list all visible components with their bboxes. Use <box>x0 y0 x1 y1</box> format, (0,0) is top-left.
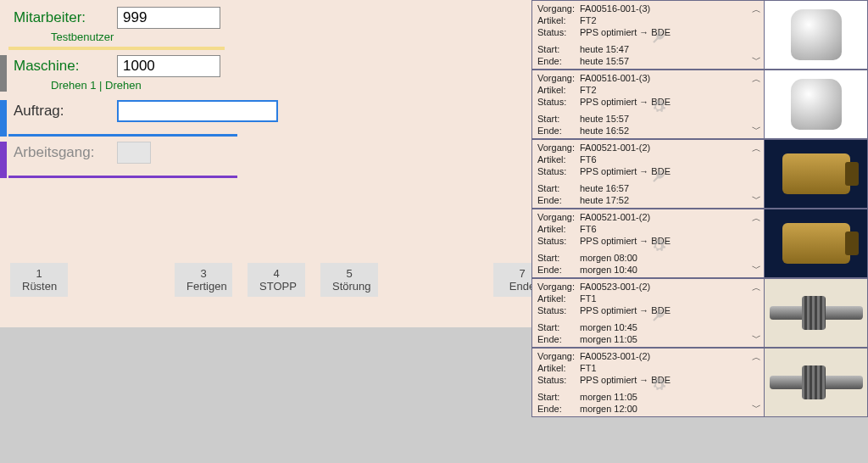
artikel-value: FT6 <box>580 153 743 165</box>
scroll-down-icon[interactable]: ﹀ <box>752 192 761 205</box>
scroll-down-icon[interactable]: ﹀ <box>752 53 761 66</box>
auftrag-input[interactable] <box>117 100 278 122</box>
start-key: Start: <box>537 391 580 403</box>
artikel-value: FT6 <box>580 223 743 235</box>
scroll-up-icon[interactable]: ︿ <box>752 3 761 16</box>
maschine-input[interactable] <box>117 55 220 77</box>
part-thumbnail <box>764 1 867 69</box>
vorgang-value: FA00516-001-(3) <box>580 3 743 14</box>
ende-key: Ende: <box>537 55 580 67</box>
status-key: Status: <box>537 374 580 386</box>
maschine-label: Maschine: <box>14 58 107 75</box>
start-key: Start: <box>537 252 580 264</box>
job-card[interactable]: Vorgang:FA00523-001-(2) Artikel:FT1 Stat… <box>531 348 868 417</box>
start-key: Start: <box>537 43 580 55</box>
start-key: Start: <box>537 113 580 125</box>
vorgang-value: FA00521-001-(2) <box>580 211 743 223</box>
ende-key: Ende: <box>537 194 580 206</box>
vorgang-key: Vorgang: <box>537 350 580 362</box>
part-thumbnail <box>764 349 867 416</box>
artikel-key: Artikel: <box>537 84 580 96</box>
job-info: Vorgang:FA00516-001-(3) Artikel:FT2 Stat… <box>532 1 748 69</box>
scroll-up-icon[interactable]: ︿ <box>752 73 761 86</box>
separator-blue <box>8 134 237 137</box>
artikel-value: FT2 <box>580 14 743 26</box>
separator-purple <box>8 176 237 178</box>
wrench-icon <box>651 30 666 45</box>
vorgang-key: Vorgang: <box>537 142 580 153</box>
scroll-up-icon[interactable]: ︿ <box>752 212 761 225</box>
artikel-value: FT1 <box>580 293 743 304</box>
artikel-key: Artikel: <box>537 223 580 235</box>
separator-yellow <box>8 47 225 50</box>
auftrag-label: Auftrag: <box>14 103 107 120</box>
part-thumbnail <box>764 209 867 277</box>
job-info: Vorgang:FA00521-001-(2) Artikel:FT6 Stat… <box>532 209 748 277</box>
artikel-value: FT1 <box>580 362 743 374</box>
mitarbeiter-label: Mitarbeiter: <box>14 9 107 26</box>
artikel-key: Artikel: <box>537 293 580 304</box>
stopp-button[interactable]: 4 STOPP <box>248 263 305 297</box>
scroll-down-icon[interactable]: ﹀ <box>752 123 761 136</box>
ende-value: morgen 12:00 <box>580 403 743 415</box>
status-key: Status: <box>537 96 580 108</box>
job-info: Vorgang:FA00516-001-(3) Artikel:FT2 Stat… <box>532 70 748 138</box>
mitarbeiter-input[interactable] <box>117 7 220 29</box>
vorgang-value: FA00516-001-(3) <box>580 72 743 84</box>
part-thumbnail <box>764 279 867 347</box>
mitarbeiter-sublabel: Testbenutzer <box>8 31 523 43</box>
scroll-up-icon[interactable]: ︿ <box>752 351 761 364</box>
stripe-arbeitsgang <box>0 142 7 178</box>
job-info: Vorgang:FA00523-001-(2) Artikel:FT1 Stat… <box>532 279 748 347</box>
start-value: heute 15:57 <box>580 113 743 125</box>
job-info: Vorgang:FA00523-001-(2) Artikel:FT1 Stat… <box>532 349 748 416</box>
gear-icon <box>651 99 666 114</box>
ruesten-button[interactable]: 1 Rüsten <box>10 263 68 297</box>
fertigen-button[interactable]: 3 Fertigen <box>175 263 232 297</box>
ende-key: Ende: <box>537 264 580 276</box>
artikel-key: Artikel: <box>537 153 580 165</box>
scroll-up-icon[interactable]: ︿ <box>752 142 761 155</box>
job-card[interactable]: Vorgang:FA00521-001-(2) Artikel:FT6 Stat… <box>531 139 868 209</box>
wrench-icon <box>651 308 666 323</box>
scroll-down-icon[interactable]: ﹀ <box>752 332 761 344</box>
job-info: Vorgang:FA00521-001-(2) Artikel:FT6 Stat… <box>532 140 748 208</box>
gear-icon <box>651 238 666 254</box>
ende-value: morgen 10:40 <box>580 264 743 276</box>
card-arrows: ︿ ﹀ <box>748 209 764 277</box>
ende-key: Ende: <box>537 125 580 137</box>
card-arrows: ︿ ﹀ <box>748 140 764 208</box>
start-value: morgen 08:00 <box>580 252 743 264</box>
card-arrows: ︿ ﹀ <box>748 279 764 347</box>
job-card[interactable]: Vorgang:FA00516-001-(3) Artikel:FT2 Stat… <box>531 0 868 70</box>
card-arrows: ︿ ﹀ <box>748 349 764 416</box>
artikel-key: Artikel: <box>537 362 580 374</box>
scroll-up-icon[interactable]: ︿ <box>752 282 761 294</box>
job-card[interactable]: Vorgang:FA00521-001-(2) Artikel:FT6 Stat… <box>531 209 868 278</box>
ende-key: Ende: <box>537 403 580 415</box>
status-key: Status: <box>537 165 580 177</box>
start-value: heute 16:57 <box>580 182 743 194</box>
bottom-gray-area <box>0 327 531 463</box>
left-panel: Mitarbeiter: Testbenutzer Maschine: Dreh… <box>0 0 531 463</box>
part-thumbnail <box>764 70 867 138</box>
right-panel: Vorgang:FA00516-001-(3) Artikel:FT2 Stat… <box>531 0 868 463</box>
button-bar: 1 Rüsten 3 Fertigen 4 STOPP 5 Störung 7 … <box>0 254 531 305</box>
stoerung-button[interactable]: 5 Störung <box>320 263 378 297</box>
card-arrows: ︿ ﹀ <box>748 1 764 69</box>
ende-value: heute 17:52 <box>580 194 743 206</box>
arbeitsgang-input <box>117 142 151 164</box>
start-key: Start: <box>537 321 580 333</box>
ende-value: morgen 11:05 <box>580 333 743 345</box>
part-thumbnail <box>764 140 867 208</box>
start-value: heute 15:47 <box>580 43 743 55</box>
ende-value: heute 15:57 <box>580 55 743 67</box>
scroll-down-icon[interactable]: ﹀ <box>752 401 761 414</box>
job-card[interactable]: Vorgang:FA00516-001-(3) Artikel:FT2 Stat… <box>531 70 868 139</box>
vorgang-value: FA00523-001-(2) <box>580 281 743 293</box>
scroll-down-icon[interactable]: ﹀ <box>752 262 761 275</box>
job-card[interactable]: Vorgang:FA00523-001-(2) Artikel:FT1 Stat… <box>531 278 868 348</box>
ende-key: Ende: <box>537 333 580 345</box>
start-value: morgen 11:05 <box>580 391 743 403</box>
stripe-auftrag <box>0 100 7 137</box>
